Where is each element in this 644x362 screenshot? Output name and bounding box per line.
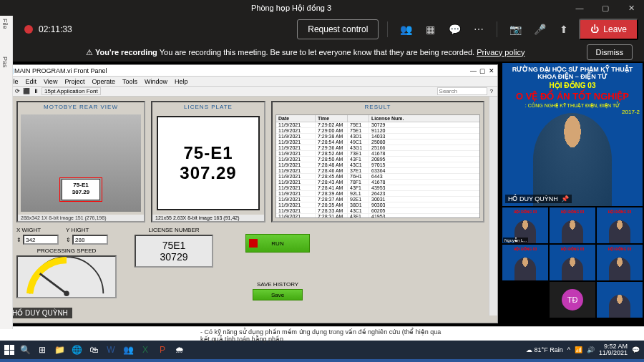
table-row: 11/9/20217:28:43 AM78F141678	[276, 180, 479, 185]
camera-off-icon[interactable]: 📷	[506, 24, 525, 35]
clock-date[interactable]: 11/9/2021	[599, 350, 628, 356]
powerpoint-icon[interactable]: P	[156, 345, 169, 355]
request-control-button[interactable]: Request control	[297, 19, 379, 39]
participant-video-small[interactable]: HỘI ĐỒNG 03	[550, 207, 595, 243]
menu-view[interactable]: View	[44, 78, 57, 85]
license-number-display: 75E1 30729	[135, 235, 213, 268]
participant-video-small[interactable]: HỘI ĐỒNG 03	[597, 207, 643, 243]
store-icon[interactable]: 🛍	[87, 345, 100, 355]
paste-label: Pas	[0, 54, 10, 71]
help-icon[interactable]: ?	[490, 88, 493, 94]
privacy-link[interactable]: Privacy policy	[477, 48, 525, 57]
gauge-label: PROCESSING SPEED	[16, 248, 117, 254]
dismiss-button[interactable]: Dismiss	[587, 44, 633, 60]
meeting-toolbar: 02:11:33 Request control 👥 ▦ 💬 ⋯ 📷 🎤 ⬆ ⏻…	[0, 16, 644, 43]
lv-maximize-icon[interactable]: ▢	[479, 67, 486, 74]
menu-tools[interactable]: Tools	[122, 78, 137, 85]
menu-project[interactable]: Project	[64, 78, 84, 85]
chat-icon[interactable]: 💬	[445, 24, 464, 35]
word-left-strip: File Pas	[0, 16, 13, 329]
license-number-label: LICENSE NUMBER	[148, 227, 199, 233]
rain-icon[interactable]: 🌧	[173, 345, 186, 355]
run-cont-icon[interactable]: ⟳	[15, 88, 20, 94]
pause-icon[interactable]: ⏸	[33, 88, 39, 94]
task-view-icon[interactable]: ⊞	[36, 345, 49, 355]
notifications-icon[interactable]: 💬	[632, 346, 640, 353]
minimize-button[interactable]: —	[567, 4, 592, 13]
table-row: 11/9/20217:28:41 AM43F143953	[276, 185, 479, 191]
menu-window[interactable]: Window	[145, 78, 167, 85]
edge-icon[interactable]: 🌐	[70, 345, 83, 355]
participants-panel: RƯỜNG ĐẠI HỌC SƯ PHẠM KỸ THUẬT KHOA ĐIỆN…	[501, 62, 644, 326]
leave-button[interactable]: ⏻Leave	[579, 19, 638, 40]
table-row: 11/9/20217:28:33 AM43C160205	[276, 208, 479, 214]
table-row: 11/9/20217:28:50 AM43F120895	[276, 157, 479, 162]
titlebar: Phòng họp Hội đồng 3 — ▢ ✕	[0, 0, 644, 16]
table-row: 11/9/20217:28:54 AM49C125080	[276, 140, 479, 145]
lv-close-icon[interactable]: ✕	[489, 67, 494, 74]
labview-toolbar: ▷ ⟳ ⬛ ⏸ 15pt Application Font ?	[4, 87, 497, 97]
meeting-timer: 02:11:33	[39, 24, 72, 34]
wifi-icon[interactable]: 📶	[575, 346, 582, 353]
x-width-field: X WIGHT ⇕342	[16, 227, 59, 245]
participant-video-small[interactable]: HỘI ĐỒNG 03Nguyễn L...	[502, 207, 548, 243]
lv-minimize-icon[interactable]: —	[470, 67, 477, 74]
participant-video-small[interactable]: HỘI ĐỒNG 03	[597, 245, 643, 280]
explorer-icon[interactable]: 📁	[53, 345, 66, 355]
file-tab[interactable]: File	[0, 16, 10, 32]
plate-image: 75-E1 307.29	[157, 116, 260, 210]
result-panel: RESULT Date Time License Num. 11/9/20217…	[271, 101, 484, 222]
table-row: 11/9/20217:29:36 AM43G125166	[276, 145, 479, 151]
run-button[interactable]: RUN	[245, 234, 310, 253]
labview-title: MAIN PROGRAM.vi Front Panel	[14, 67, 107, 74]
share-icon[interactable]: ⬆	[555, 24, 573, 35]
weather-widget[interactable]: ☁ 81°F Rain	[526, 346, 563, 353]
table-row: 11/9/20217:28:45 AM76H16443	[276, 174, 479, 180]
participant-name: HỒ DUY QUỲNH	[508, 195, 558, 202]
mic-off-icon[interactable]: 🎤	[530, 24, 549, 35]
rear-view-panel: MOTOBYE REAR VIEW 75-E1 307.29 288x342 1…	[16, 101, 145, 222]
menu-edit[interactable]: Edit	[26, 78, 37, 85]
excel-icon[interactable]: X	[139, 345, 152, 355]
participant-video-small[interactable]: HỘI ĐỒNG 03	[550, 245, 595, 280]
people-icon[interactable]: 👥	[396, 24, 415, 35]
plate-label: LICENS PLATE	[152, 102, 264, 112]
volume-icon[interactable]: 🔊	[587, 346, 595, 353]
shared-screen: 📄 MAIN PROGRAM.vi Front Panel — ▢ ✕ File…	[3, 64, 498, 323]
font-selector[interactable]: 15pt Application Font	[42, 87, 101, 95]
participant-video-small[interactable]	[597, 282, 643, 318]
menu-operate[interactable]: Operate	[92, 78, 115, 85]
participant-avatar[interactable]: TĐ	[550, 282, 595, 318]
participant-video-main[interactable]: RƯỜNG ĐẠI HỌC SƯ PHẠM KỸ THUẬT KHOA ĐIỆN…	[502, 63, 643, 206]
start-button[interactable]	[4, 345, 14, 355]
more-icon[interactable]: ⋯	[469, 24, 488, 35]
teams-icon[interactable]: 👥	[122, 345, 135, 355]
plate-status: 121x55 2.63X 8-bit image 163 (91,42)	[152, 215, 264, 221]
speed-gauge	[16, 255, 117, 298]
menu-help[interactable]: Help	[175, 78, 188, 85]
table-row: 11/9/20217:29:38 AM43D114033	[276, 134, 479, 140]
svg-point-1	[64, 291, 69, 296]
search-icon[interactable]: 🔍	[19, 345, 31, 355]
palette-right[interactable]	[489, 97, 497, 315]
table-row: 11/9/20217:29:02 AM75E130729	[276, 122, 479, 128]
tray-chevron-icon[interactable]: ^	[567, 346, 570, 353]
presenter-name-tag: HỒ DUY QUỲNH	[8, 308, 72, 318]
labview-menubar: File Edit View Project Operate Tools Win…	[4, 77, 497, 87]
grid-icon[interactable]: ▦	[421, 24, 439, 35]
table-row: 11/9/20217:28:39 AM92L126423	[276, 191, 479, 197]
participant-video-small[interactable]: HỘI ĐỒNG 03	[502, 245, 548, 280]
table-row: 11/9/20217:28:35 AM38D190303	[276, 202, 479, 208]
rear-status: 288x342 1X 8-bit image 151 (276,198)	[18, 215, 144, 221]
search-input[interactable]	[437, 87, 487, 95]
result-table-header: Date Time License Num.	[276, 115, 479, 122]
table-row: 11/9/20217:28:37 AM92E130031	[276, 197, 479, 202]
maximize-button[interactable]: ▢	[592, 4, 618, 13]
word-statusbar: Section: 1 Page 4 of 6 2439 words Englis…	[0, 359, 644, 362]
close-button[interactable]: ✕	[618, 4, 644, 13]
warning-icon: ⚠	[86, 48, 93, 57]
save-button[interactable]: Save	[253, 289, 303, 300]
stop-icon[interactable]: ⬛	[23, 88, 30, 94]
word-icon[interactable]: W	[104, 345, 117, 355]
labview-titlebar: 📄 MAIN PROGRAM.vi Front Panel — ▢ ✕	[4, 65, 497, 77]
